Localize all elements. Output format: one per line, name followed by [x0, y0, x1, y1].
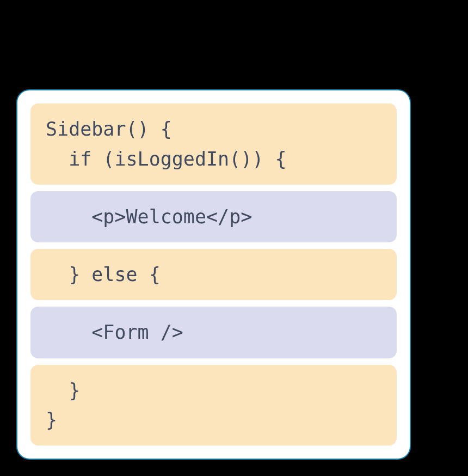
code-block-5: } }	[30, 365, 397, 446]
code-block-3: } else {	[30, 249, 397, 300]
code-block-4: <Form />	[30, 307, 397, 358]
code-block-1: Sidebar() { if (isLoggedIn()) {	[30, 103, 397, 185]
code-block-2: <p>Welcome</p>	[30, 191, 397, 242]
code-card: Sidebar() { if (isLoggedIn()) { <p>Welco…	[16, 89, 411, 460]
